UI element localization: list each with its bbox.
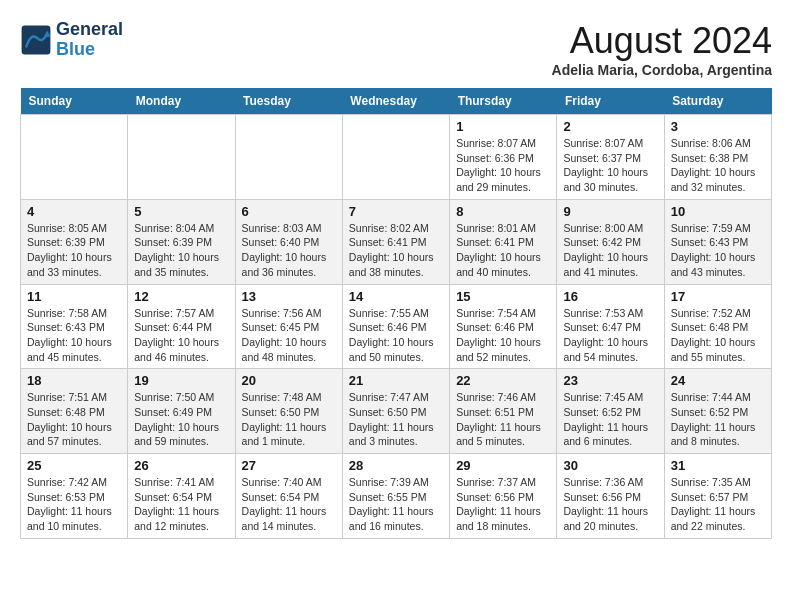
calendar-cell: 16Sunrise: 7:53 AM Sunset: 6:47 PM Dayli… <box>557 284 664 369</box>
calendar-cell: 21Sunrise: 7:47 AM Sunset: 6:50 PM Dayli… <box>342 369 449 454</box>
cell-info: Sunrise: 7:45 AM Sunset: 6:52 PM Dayligh… <box>563 390 657 449</box>
date-number: 20 <box>242 373 336 388</box>
cell-info: Sunrise: 7:40 AM Sunset: 6:54 PM Dayligh… <box>242 475 336 534</box>
calendar-cell <box>128 115 235 200</box>
date-number: 2 <box>563 119 657 134</box>
calendar-cell: 17Sunrise: 7:52 AM Sunset: 6:48 PM Dayli… <box>664 284 771 369</box>
date-number: 27 <box>242 458 336 473</box>
cell-info: Sunrise: 8:02 AM Sunset: 6:41 PM Dayligh… <box>349 221 443 280</box>
cell-info: Sunrise: 8:07 AM Sunset: 6:36 PM Dayligh… <box>456 136 550 195</box>
cell-info: Sunrise: 7:51 AM Sunset: 6:48 PM Dayligh… <box>27 390 121 449</box>
cell-info: Sunrise: 7:39 AM Sunset: 6:55 PM Dayligh… <box>349 475 443 534</box>
date-number: 3 <box>671 119 765 134</box>
date-number: 14 <box>349 289 443 304</box>
calendar-cell: 7Sunrise: 8:02 AM Sunset: 6:41 PM Daylig… <box>342 199 449 284</box>
date-number: 9 <box>563 204 657 219</box>
date-number: 11 <box>27 289 121 304</box>
cell-info: Sunrise: 8:00 AM Sunset: 6:42 PM Dayligh… <box>563 221 657 280</box>
calendar-cell: 24Sunrise: 7:44 AM Sunset: 6:52 PM Dayli… <box>664 369 771 454</box>
cell-info: Sunrise: 7:35 AM Sunset: 6:57 PM Dayligh… <box>671 475 765 534</box>
date-number: 17 <box>671 289 765 304</box>
cell-info: Sunrise: 8:04 AM Sunset: 6:39 PM Dayligh… <box>134 221 228 280</box>
date-number: 26 <box>134 458 228 473</box>
date-number: 19 <box>134 373 228 388</box>
day-header-wednesday: Wednesday <box>342 88 449 115</box>
cell-info: Sunrise: 7:37 AM Sunset: 6:56 PM Dayligh… <box>456 475 550 534</box>
logo-text: General Blue <box>56 20 123 60</box>
calendar-cell: 9Sunrise: 8:00 AM Sunset: 6:42 PM Daylig… <box>557 199 664 284</box>
cell-info: Sunrise: 7:46 AM Sunset: 6:51 PM Dayligh… <box>456 390 550 449</box>
week-row-3: 11Sunrise: 7:58 AM Sunset: 6:43 PM Dayli… <box>21 284 772 369</box>
cell-info: Sunrise: 7:55 AM Sunset: 6:46 PM Dayligh… <box>349 306 443 365</box>
cell-info: Sunrise: 8:07 AM Sunset: 6:37 PM Dayligh… <box>563 136 657 195</box>
date-number: 12 <box>134 289 228 304</box>
header-row: SundayMondayTuesdayWednesdayThursdayFrid… <box>21 88 772 115</box>
calendar-cell <box>235 115 342 200</box>
calendar-cell: 25Sunrise: 7:42 AM Sunset: 6:53 PM Dayli… <box>21 454 128 539</box>
cell-info: Sunrise: 8:06 AM Sunset: 6:38 PM Dayligh… <box>671 136 765 195</box>
date-number: 5 <box>134 204 228 219</box>
cell-info: Sunrise: 8:01 AM Sunset: 6:41 PM Dayligh… <box>456 221 550 280</box>
month-title: August 2024 <box>552 20 772 62</box>
calendar-cell: 26Sunrise: 7:41 AM Sunset: 6:54 PM Dayli… <box>128 454 235 539</box>
cell-info: Sunrise: 7:57 AM Sunset: 6:44 PM Dayligh… <box>134 306 228 365</box>
logo-icon <box>20 24 52 56</box>
title-area: August 2024 Adelia Maria, Cordoba, Argen… <box>552 20 772 78</box>
date-number: 25 <box>27 458 121 473</box>
cell-info: Sunrise: 7:44 AM Sunset: 6:52 PM Dayligh… <box>671 390 765 449</box>
calendar-cell <box>21 115 128 200</box>
date-number: 24 <box>671 373 765 388</box>
calendar-cell: 29Sunrise: 7:37 AM Sunset: 6:56 PM Dayli… <box>450 454 557 539</box>
cell-info: Sunrise: 7:58 AM Sunset: 6:43 PM Dayligh… <box>27 306 121 365</box>
calendar-cell: 10Sunrise: 7:59 AM Sunset: 6:43 PM Dayli… <box>664 199 771 284</box>
calendar-cell: 12Sunrise: 7:57 AM Sunset: 6:44 PM Dayli… <box>128 284 235 369</box>
week-row-1: 1Sunrise: 8:07 AM Sunset: 6:36 PM Daylig… <box>21 115 772 200</box>
calendar-cell: 22Sunrise: 7:46 AM Sunset: 6:51 PM Dayli… <box>450 369 557 454</box>
cell-info: Sunrise: 7:52 AM Sunset: 6:48 PM Dayligh… <box>671 306 765 365</box>
calendar-cell: 1Sunrise: 8:07 AM Sunset: 6:36 PM Daylig… <box>450 115 557 200</box>
calendar-cell: 18Sunrise: 7:51 AM Sunset: 6:48 PM Dayli… <box>21 369 128 454</box>
date-number: 6 <box>242 204 336 219</box>
date-number: 29 <box>456 458 550 473</box>
subtitle: Adelia Maria, Cordoba, Argentina <box>552 62 772 78</box>
calendar-cell <box>342 115 449 200</box>
date-number: 7 <box>349 204 443 219</box>
calendar-cell: 30Sunrise: 7:36 AM Sunset: 6:56 PM Dayli… <box>557 454 664 539</box>
calendar-cell: 27Sunrise: 7:40 AM Sunset: 6:54 PM Dayli… <box>235 454 342 539</box>
week-row-4: 18Sunrise: 7:51 AM Sunset: 6:48 PM Dayli… <box>21 369 772 454</box>
cell-info: Sunrise: 7:47 AM Sunset: 6:50 PM Dayligh… <box>349 390 443 449</box>
cell-info: Sunrise: 7:48 AM Sunset: 6:50 PM Dayligh… <box>242 390 336 449</box>
calendar-table: SundayMondayTuesdayWednesdayThursdayFrid… <box>20 88 772 539</box>
calendar-cell: 31Sunrise: 7:35 AM Sunset: 6:57 PM Dayli… <box>664 454 771 539</box>
date-number: 16 <box>563 289 657 304</box>
logo: General Blue <box>20 20 123 60</box>
cell-info: Sunrise: 8:05 AM Sunset: 6:39 PM Dayligh… <box>27 221 121 280</box>
date-number: 13 <box>242 289 336 304</box>
svg-rect-0 <box>22 25 51 54</box>
date-number: 28 <box>349 458 443 473</box>
calendar-cell: 6Sunrise: 8:03 AM Sunset: 6:40 PM Daylig… <box>235 199 342 284</box>
cell-info: Sunrise: 8:03 AM Sunset: 6:40 PM Dayligh… <box>242 221 336 280</box>
date-number: 1 <box>456 119 550 134</box>
date-number: 18 <box>27 373 121 388</box>
date-number: 30 <box>563 458 657 473</box>
cell-info: Sunrise: 7:54 AM Sunset: 6:46 PM Dayligh… <box>456 306 550 365</box>
cell-info: Sunrise: 7:36 AM Sunset: 6:56 PM Dayligh… <box>563 475 657 534</box>
calendar-cell: 2Sunrise: 8:07 AM Sunset: 6:37 PM Daylig… <box>557 115 664 200</box>
day-header-friday: Friday <box>557 88 664 115</box>
calendar-cell: 8Sunrise: 8:01 AM Sunset: 6:41 PM Daylig… <box>450 199 557 284</box>
calendar-cell: 28Sunrise: 7:39 AM Sunset: 6:55 PM Dayli… <box>342 454 449 539</box>
cell-info: Sunrise: 7:56 AM Sunset: 6:45 PM Dayligh… <box>242 306 336 365</box>
date-number: 21 <box>349 373 443 388</box>
date-number: 4 <box>27 204 121 219</box>
cell-info: Sunrise: 7:50 AM Sunset: 6:49 PM Dayligh… <box>134 390 228 449</box>
page-header: General Blue August 2024 Adelia Maria, C… <box>20 20 772 78</box>
day-header-thursday: Thursday <box>450 88 557 115</box>
calendar-cell: 14Sunrise: 7:55 AM Sunset: 6:46 PM Dayli… <box>342 284 449 369</box>
date-number: 31 <box>671 458 765 473</box>
week-row-5: 25Sunrise: 7:42 AM Sunset: 6:53 PM Dayli… <box>21 454 772 539</box>
date-number: 8 <box>456 204 550 219</box>
date-number: 23 <box>563 373 657 388</box>
day-header-tuesday: Tuesday <box>235 88 342 115</box>
cell-info: Sunrise: 7:59 AM Sunset: 6:43 PM Dayligh… <box>671 221 765 280</box>
